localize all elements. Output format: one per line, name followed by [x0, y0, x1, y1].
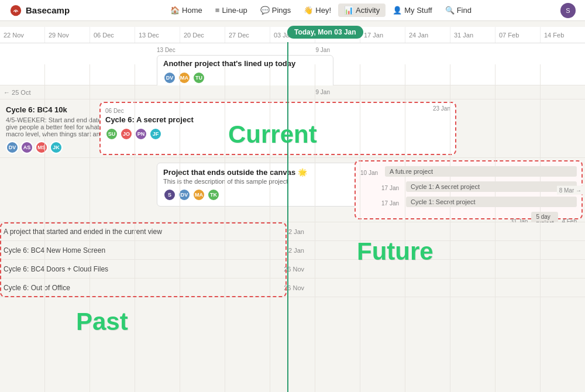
bottom-row-2[interactable]: Cycle 6: BC4 New Home Screen 2 Jan — [0, 241, 585, 260]
avatar-jo: JO — [120, 128, 133, 140]
bottom-row-3[interactable]: Cycle 6: BC4 Doors + Cloud Files 26 Nov — [0, 260, 585, 278]
bottom-row-1[interactable]: A project that started and ended in the … — [0, 222, 585, 241]
nav-hey[interactable]: 👋 Hey! — [298, 4, 337, 17]
cycle1-secret2-bar: Cycle 1: Secret project — [406, 197, 577, 207]
nav-links: 🏠 Home ≡ Line-up 💬 Pings 👋 Hey! 📊 Activi… — [81, 4, 560, 17]
date-20dec: 20 Dec — [180, 27, 225, 43]
label-future: Future — [357, 238, 433, 266]
bottom1-date: 2 Jan — [288, 228, 304, 235]
secret-end-date: 23 Jan — [433, 105, 450, 112]
date-24jan: 24 Jan — [405, 27, 450, 43]
bottom1-title: A project that started and ended in the … — [4, 228, 162, 236]
date-22nov: 22 Nov — [0, 27, 45, 43]
lineup-icon: ≡ — [215, 6, 220, 15]
row1-end-date: 9 Jan — [316, 47, 330, 53]
row1-card[interactable]: Another project that's lined up today DV… — [157, 55, 333, 88]
cycle1-secret2-row: 17 Jan Cycle 1: Secret project — [360, 197, 577, 209]
date-14feb: 14 Feb — [541, 27, 585, 43]
row1-avatars: DV MA TU — [163, 71, 327, 84]
avatar-su: SU — [105, 128, 118, 140]
mystuff-icon: 👤 — [393, 6, 402, 15]
today-banner: Today, Mon 03 Jan — [287, 26, 363, 39]
date-07feb: 07 Feb — [495, 27, 541, 43]
nav-mystuff[interactable]: 👤 My Stuff — [387, 4, 438, 17]
nav-find[interactable]: 🔍 Find — [439, 4, 477, 17]
avatar-jf: JF — [149, 128, 162, 140]
bottom-row-4[interactable]: Cycle 6: Out of Office 26 Nov — [0, 278, 585, 297]
activity-icon: 📊 — [344, 6, 353, 15]
timeline-container: Today, Mon 03 Jan 22 Nov 29 Nov 06 Dec 1… — [0, 21, 585, 392]
nav-pings[interactable]: 💬 Pings — [254, 4, 297, 17]
find-icon: 🔍 — [445, 6, 455, 15]
date-31jan: 31 Jan — [450, 27, 495, 43]
date-27dec: 27 Dec — [225, 27, 270, 43]
avatar-tk: TK — [207, 188, 220, 201]
cycle1-secret-bar: Cycle 1: A secret project — [406, 181, 577, 192]
date-06dec: 06 Dec — [90, 27, 135, 43]
svg-point-0 — [11, 5, 21, 15]
left-arrow-label: ← 25 Oct — [4, 89, 30, 96]
future-card[interactable]: 10 Jan A future project 17 Jan Cycle 1: … — [355, 160, 583, 219]
cycle1-date2: 17 Jan — [381, 200, 402, 207]
avatar-ma: MA — [178, 71, 191, 84]
avatar-ms: MS — [35, 141, 48, 154]
today-line — [287, 42, 288, 392]
pings-icon: 💬 — [260, 6, 270, 15]
date-17jan: 17 Jan — [360, 27, 405, 43]
avatar-pn: PN — [135, 128, 147, 140]
arrow-row: ← 25 Oct 9 Jan — [0, 85, 585, 99]
row1-title: Another project that's lined up today — [163, 59, 327, 68]
nav-home[interactable]: 🏠 Home — [164, 4, 208, 17]
mar-arrow: 8 Mar → — [557, 185, 584, 194]
future-date: 10 Jan — [360, 170, 381, 176]
future-project-bar: A future project — [385, 166, 577, 177]
past-section: A project that started and ended in the … — [0, 222, 585, 297]
bottom3-title: Cycle 6: BC4 Doors + Cloud Files — [4, 265, 108, 273]
bottom2-title: Cycle 6: BC4 New Home Screen — [4, 246, 105, 255]
bottom4-title: Cycle 6: Out of Office — [4, 284, 70, 292]
arrow-end-date: 9 Jan — [316, 89, 330, 95]
bottom2-date: 2 Jan — [288, 247, 304, 254]
avatar-dv2: DV — [6, 141, 19, 154]
date-29nov: 29 Nov — [45, 27, 90, 43]
date-13dec: 13 Dec — [135, 27, 180, 43]
avatar-jk: JK — [50, 141, 63, 154]
navigation: Basecamp 🏠 Home ≡ Line-up 💬 Pings 👋 Hey!… — [0, 0, 585, 21]
label-current: Current — [228, 121, 317, 149]
avatar-dv3: DV — [178, 188, 191, 201]
avatar-dv: DV — [163, 71, 176, 84]
hey-icon: 👋 — [304, 6, 313, 15]
logo[interactable]: Basecamp — [9, 4, 70, 17]
future-project-row: 10 Jan A future project — [360, 166, 577, 179]
nav-lineup[interactable]: ≡ Line-up — [209, 4, 253, 17]
cycle1-secret-row: 17 Jan Cycle 1: A secret project — [360, 181, 577, 194]
avatar-self: S — [163, 188, 176, 201]
home-icon: 🏠 — [170, 6, 180, 15]
outside-canvas-row: Project that ends outside the canvas 🌟 T… — [0, 158, 585, 222]
project-row-1: 13 Dec 9 Jan Another project that's line… — [0, 43, 585, 85]
logo-text: Basecamp — [26, 5, 70, 15]
user-avatar[interactable]: S — [560, 3, 576, 18]
secret-start-date: 06 Dec — [105, 108, 450, 114]
row1-start-date: 13 Dec — [157, 47, 176, 53]
avatar-as: AS — [20, 141, 33, 154]
avatar-ma2: MA — [192, 188, 205, 201]
svg-point-1 — [15, 11, 17, 12]
avatar-tu: TU — [192, 71, 205, 84]
cycle1-date: 17 Jan — [381, 185, 402, 191]
nav-activity[interactable]: 📊 Activity — [338, 4, 386, 17]
label-past: Past — [76, 308, 128, 336]
